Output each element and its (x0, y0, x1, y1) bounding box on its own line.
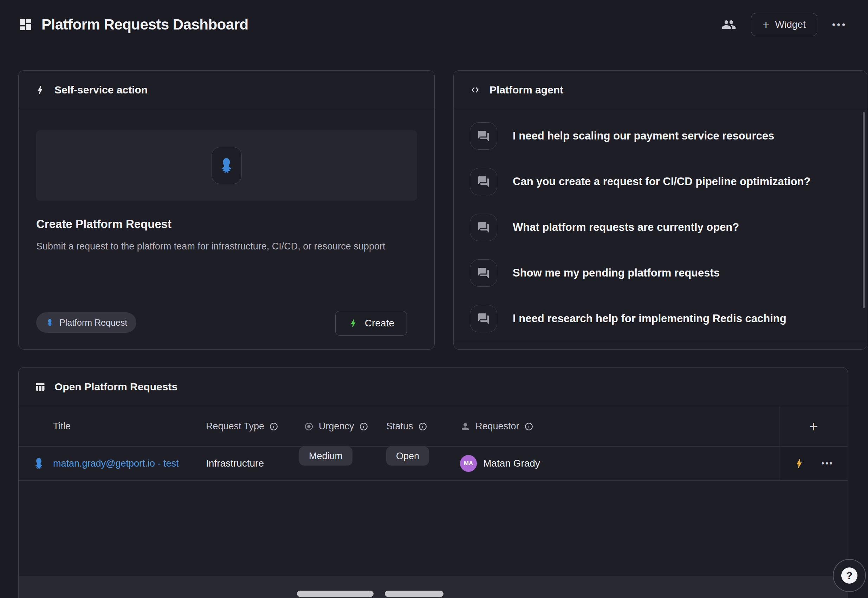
open-requests-card: Open Platform Requests Title Request Typ… (18, 367, 848, 598)
table-row: matan.grady@getport.io - test Infrastruc… (19, 447, 848, 481)
column-header-request-type[interactable]: Request Type (206, 407, 278, 446)
platform-agent-card-title: Platform agent (489, 84, 563, 96)
chat-bubble-icon (470, 168, 497, 195)
add-widget-button[interactable]: + Widget (751, 13, 817, 36)
info-icon[interactable] (359, 422, 368, 431)
chat-bubble-icon (470, 214, 497, 241)
row-title-link[interactable]: matan.grady@getport.io - test (53, 447, 179, 480)
column-label: Urgency (319, 421, 354, 432)
question-mark-icon: ? (841, 567, 858, 584)
column-label: Title (53, 421, 70, 432)
help-button[interactable]: ? (833, 559, 866, 592)
blueprint-chip[interactable]: Platform Request (36, 312, 136, 333)
action-icon-tile (211, 147, 242, 184)
person-icon (460, 421, 471, 432)
status-badge: Open (386, 447, 429, 465)
octopus-icon (32, 456, 46, 471)
create-button-label: Create (365, 318, 394, 329)
people-icon[interactable] (721, 17, 736, 32)
horizontal-scrollbar-track (19, 576, 848, 598)
column-label: Requestor (476, 421, 519, 432)
info-icon[interactable] (418, 422, 427, 431)
row-request-type: Infrastructure (206, 447, 264, 480)
horizontal-scrollbar-thumb[interactable] (297, 591, 374, 597)
chat-bubble-icon (470, 305, 497, 332)
agent-suggestion-label: Show me my pending platform requests (513, 267, 720, 279)
self-service-card-title: Self-service action (54, 84, 148, 96)
blueprint-chip-label: Platform Request (59, 318, 127, 328)
dashboard-icon (18, 17, 33, 32)
table-icon (35, 381, 45, 392)
horizontal-scrollbar-thumb[interactable] (385, 591, 443, 597)
agent-suggestion-label: What platform requests are currently ope… (513, 221, 739, 234)
create-button[interactable]: Create (335, 311, 407, 336)
action-preview-panel (36, 130, 417, 200)
open-requests-card-title: Open Platform Requests (54, 381, 178, 393)
action-title: Create Platform Request (36, 217, 172, 231)
column-header-status[interactable]: Status (386, 407, 427, 446)
action-description: Submit a request to the platform team fo… (36, 239, 395, 254)
self-service-card-header: Self-service action (19, 70, 434, 109)
entity-blueprint-icon (32, 447, 46, 480)
column-label: Request Type (206, 421, 264, 432)
info-icon[interactable] (524, 422, 533, 431)
urgency-badge: Medium (299, 447, 352, 465)
agent-suggestion-label: I need help scaling our payment service … (513, 130, 774, 142)
agent-suggestion[interactable]: What platform requests are currently ope… (470, 214, 846, 241)
octopus-icon (217, 156, 236, 175)
agent-suggestion-label: Can you create a request for CI/CD pipel… (513, 175, 810, 188)
run-action-bolt-icon[interactable] (793, 457, 805, 469)
vertical-scrollbar[interactable] (863, 112, 865, 308)
column-label: Status (386, 421, 413, 432)
agent-suggestion[interactable]: Can you create a request for CI/CD pipel… (470, 168, 846, 195)
chat-bubble-icon (470, 122, 497, 150)
agent-suggestion-label: I need research help for implementing Re… (513, 312, 786, 325)
header-actions: + Widget ••• (721, 13, 847, 36)
plus-icon: + (763, 19, 769, 31)
column-header-title[interactable]: Title (53, 407, 70, 446)
self-service-card: Self-service action Create Platform Requ… (18, 70, 435, 350)
bolt-icon (35, 85, 45, 95)
agent-suggestion[interactable]: I need help scaling our payment service … (470, 122, 846, 150)
platform-agent-card: Platform agent I need help scaling our p… (453, 70, 867, 350)
requestor-name: Matan Grady (483, 458, 540, 469)
open-requests-card-header: Open Platform Requests (19, 368, 848, 406)
more-options-icon[interactable]: ••• (832, 19, 847, 30)
info-icon[interactable] (269, 422, 278, 431)
plus-icon: + (809, 419, 818, 434)
add-column-button[interactable]: + (779, 407, 848, 446)
row-requestor: MA Matan Grady (460, 447, 540, 480)
table-header-row: Title Request Type Urgency Status Reques… (19, 407, 848, 447)
app-header: Platform Requests Dashboard + Widget ••• (18, 12, 847, 37)
agent-suggestion[interactable]: Show me my pending platform requests (470, 259, 846, 287)
row-more-options-icon[interactable]: ••• (821, 459, 834, 468)
octopus-icon (45, 318, 54, 327)
column-header-requestor[interactable]: Requestor (460, 407, 533, 446)
agent-suggestion[interactable]: I need research help for implementing Re… (470, 305, 846, 332)
radio-icon (304, 422, 314, 432)
chat-bubble-icon (470, 259, 497, 287)
agent-card-divider (454, 341, 867, 341)
row-actions: ••• (779, 447, 848, 480)
page-title: Platform Requests Dashboard (42, 16, 248, 33)
add-widget-label: Widget (775, 19, 806, 30)
avatar: MA (460, 455, 477, 472)
platform-agent-card-header: Platform agent (454, 70, 867, 109)
column-header-urgency[interactable]: Urgency (304, 407, 368, 446)
bolt-icon (348, 318, 358, 329)
code-icon (470, 85, 480, 95)
